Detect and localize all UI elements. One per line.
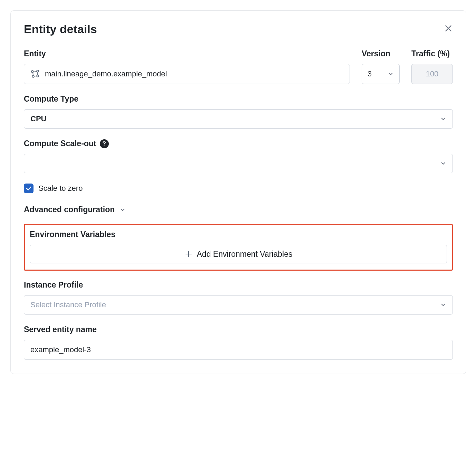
plus-icon [184, 250, 193, 258]
top-row: Entity main.lineage_demo.example_model V… [24, 49, 453, 84]
instance-profile-select[interactable]: Select Instance Profile [24, 295, 453, 315]
entity-input[interactable]: main.lineage_demo.example_model [24, 64, 350, 84]
served-name-field: Served entity name [24, 325, 453, 360]
env-vars-label: Environment Variables [30, 230, 447, 239]
svg-line-8 [34, 76, 37, 76]
help-icon[interactable]: ? [100, 139, 109, 148]
env-vars-highlight: Environment Variables Add Environment Va… [24, 224, 453, 271]
svg-point-5 [37, 75, 39, 77]
entity-value: main.lineage_demo.example_model [45, 69, 167, 78]
chevron-down-icon [440, 302, 446, 308]
svg-point-2 [31, 71, 34, 73]
compute-scaleout-label: Compute Scale-out [24, 139, 96, 148]
entity-field: Entity main.lineage_demo.example_model [24, 49, 350, 84]
svg-line-7 [33, 72, 33, 75]
advanced-config-toggle[interactable]: Advanced configuration [24, 205, 453, 214]
served-name-input[interactable] [24, 340, 453, 360]
version-field: Version 3 [362, 49, 400, 84]
entity-label: Entity [24, 49, 350, 58]
compute-type-select[interactable]: CPU [24, 109, 453, 129]
panel-title: Entity details [24, 22, 97, 36]
served-name-label: Served entity name [24, 325, 453, 334]
scale-to-zero-row: Scale to zero [24, 184, 453, 193]
version-value: 3 [368, 69, 372, 78]
model-icon [30, 69, 40, 79]
compute-scaleout-field: Compute Scale-out ? [24, 139, 453, 173]
svg-point-3 [37, 70, 39, 72]
add-env-vars-button[interactable]: Add Environment Variables [30, 245, 447, 263]
traffic-field: Traffic (%) 100 [411, 49, 453, 84]
compute-type-label: Compute Type [24, 94, 453, 104]
check-icon [26, 185, 32, 191]
chevron-down-icon [388, 71, 394, 77]
scale-to-zero-checkbox[interactable] [24, 184, 34, 193]
version-label: Version [362, 49, 400, 58]
panel-header: Entity details [24, 22, 453, 36]
chevron-down-icon [120, 207, 126, 213]
instance-profile-label: Instance Profile [24, 280, 453, 290]
advanced-config-label: Advanced configuration [24, 205, 115, 214]
instance-profile-placeholder: Select Instance Profile [30, 300, 106, 309]
chevron-down-icon [440, 160, 446, 167]
compute-type-value: CPU [30, 114, 46, 123]
compute-type-field: Compute Type CPU [24, 94, 453, 129]
scale-to-zero-label: Scale to zero [38, 184, 83, 193]
traffic-label: Traffic (%) [411, 49, 453, 58]
instance-profile-field: Instance Profile Select Instance Profile [24, 280, 453, 315]
svg-point-4 [32, 75, 34, 77]
entity-details-panel: Entity details Entity main.lineage_demo.… [10, 10, 466, 374]
traffic-input: 100 [411, 64, 453, 84]
chevron-down-icon [440, 116, 446, 122]
traffic-value: 100 [426, 69, 439, 78]
svg-line-6 [33, 72, 37, 72]
close-icon [444, 24, 453, 33]
version-select[interactable]: 3 [362, 64, 400, 84]
add-env-vars-label: Add Environment Variables [197, 250, 293, 259]
close-button[interactable] [444, 24, 453, 35]
compute-scaleout-select[interactable] [24, 154, 453, 173]
svg-line-9 [37, 72, 38, 75]
